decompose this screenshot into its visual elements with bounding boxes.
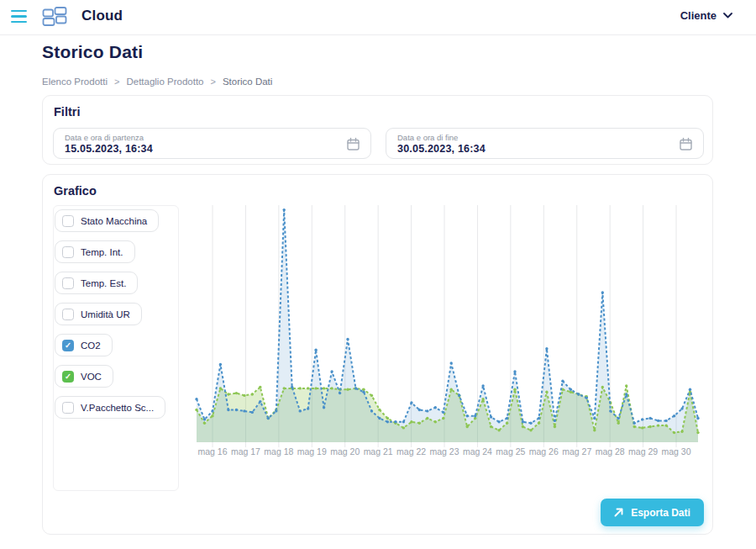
data-point-co2	[561, 380, 564, 383]
data-point-voc	[490, 425, 492, 428]
data-point-co2	[680, 407, 683, 409]
data-point-voc	[506, 422, 508, 425]
data-point-co2	[442, 411, 444, 414]
data-point-co2	[696, 417, 699, 420]
calendar-icon[interactable]	[679, 137, 693, 155]
app-window: Cloud Cliente Storico Dati Elenco Prodot…	[0, 0, 756, 549]
data-point-co2	[227, 409, 229, 411]
data-point-co2	[307, 407, 309, 409]
data-point-voc	[307, 387, 309, 389]
data-point-voc	[346, 388, 349, 391]
data-point-voc	[657, 424, 659, 426]
breadcrumb: Elenco Prodotti > Dettaglio Prodotto > S…	[42, 77, 272, 87]
data-point-voc	[450, 388, 453, 391]
checkbox-unchecked-icon[interactable]	[62, 402, 74, 414]
data-point-voc	[442, 417, 444, 420]
x-axis-label: mag 29	[628, 446, 658, 457]
series-toggle-label: VOC	[81, 372, 102, 382]
data-point-co2	[323, 406, 325, 409]
data-point-co2	[529, 422, 532, 425]
calendar-icon[interactable]	[346, 137, 360, 155]
data-point-co2	[648, 417, 651, 420]
data-point-co2	[283, 209, 286, 211]
checkbox-unchecked-icon[interactable]	[62, 309, 74, 320]
data-point-co2	[625, 393, 627, 395]
data-point-voc	[314, 387, 317, 389]
data-point-co2	[243, 409, 245, 412]
data-point-voc	[227, 393, 229, 395]
series-toggle-co2[interactable]: ✓CO2	[55, 334, 113, 356]
data-point-voc	[378, 409, 381, 411]
data-point-voc	[402, 426, 405, 429]
app-title: Cloud	[81, 8, 123, 24]
data-point-co2	[339, 392, 341, 394]
data-point-voc	[299, 387, 302, 389]
data-point-voc	[513, 388, 516, 391]
data-point-co2	[481, 384, 484, 387]
data-point-co2	[410, 401, 412, 404]
data-point-co2	[251, 411, 254, 414]
series-toggle-label: Temp. Est.	[81, 278, 126, 288]
data-point-voc	[219, 387, 222, 389]
data-point-voc	[664, 424, 667, 426]
data-point-co2	[490, 415, 492, 418]
filters-title: Filtri	[54, 105, 80, 119]
series-toggle-voc[interactable]: ✓VOC	[55, 365, 113, 388]
checkbox-unchecked-icon[interactable]	[62, 277, 74, 289]
x-axis-label: mag 27	[562, 446, 591, 457]
data-point-co2	[633, 422, 636, 425]
checkbox-unchecked-icon[interactable]	[62, 246, 74, 258]
data-point-co2	[506, 417, 508, 420]
data-point-co2	[513, 370, 516, 372]
start-datetime-field[interactable]: Data e ora di partenza 15.05.2023, 16:34	[53, 128, 371, 159]
breadcrumb-storico-dati: Storico Dati	[223, 77, 272, 87]
series-toggle-temp-est[interactable]: Temp. Est.	[55, 272, 138, 294]
data-point-voc	[434, 420, 437, 423]
checkbox-checked-icon[interactable]: ✓	[62, 371, 74, 383]
series-toggle-temp-int[interactable]: Temp. Int.	[55, 240, 135, 263]
end-datetime-value: 30.05.2023, 16:34	[397, 143, 669, 156]
hamburger-menu-icon[interactable]	[11, 10, 27, 23]
series-toggle-label: Temp. Int.	[81, 247, 123, 257]
data-point-voc	[243, 394, 245, 397]
data-point-voc	[235, 392, 238, 394]
data-point-co2	[458, 394, 460, 397]
series-line-co2	[197, 210, 698, 424]
series-toggle-label: V.Pacchetto Sc...	[81, 403, 154, 413]
breadcrumb-elenco-prodotti[interactable]: Elenco Prodotti	[42, 77, 108, 87]
data-point-voc	[633, 425, 636, 428]
x-axis-label: mag 24	[463, 446, 492, 457]
start-datetime-label: Data e ora di partenza	[65, 133, 337, 143]
data-point-co2	[585, 397, 588, 399]
series-toggle-umidit-ur[interactable]: Umidità UR	[55, 303, 142, 325]
data-point-co2	[314, 349, 317, 351]
data-point-voc	[426, 417, 428, 420]
breadcrumb-dettaglio-prodotto[interactable]: Dettaglio Prodotto	[126, 77, 203, 87]
data-point-co2	[554, 420, 556, 422]
data-point-voc	[497, 429, 500, 431]
data-point-co2	[402, 420, 405, 423]
data-point-co2	[346, 338, 349, 340]
checkbox-checked-icon[interactable]: ✓	[62, 340, 74, 351]
end-datetime-field[interactable]: Data e ora di fine 30.05.2023, 16:34	[386, 128, 704, 159]
breadcrumb-separator: >	[114, 77, 119, 87]
data-point-voc	[625, 384, 627, 387]
series-toggle-stato-macchina[interactable]: Stato Macchina	[55, 209, 159, 232]
data-point-co2	[394, 420, 396, 423]
chart-card: Grafico Stato MacchinaTemp. Int.Temp. Es…	[42, 174, 713, 535]
data-point-co2	[593, 417, 596, 420]
data-point-voc	[481, 398, 484, 400]
data-point-voc	[570, 391, 572, 393]
export-data-button[interactable]: Esporta Dati	[601, 499, 704, 526]
data-point-co2	[275, 409, 277, 412]
checkbox-unchecked-icon[interactable]	[62, 215, 74, 227]
data-point-co2	[418, 409, 421, 411]
x-axis-label: mag 28	[596, 446, 625, 457]
top-navbar: Cloud Cliente	[0, 0, 756, 35]
data-point-co2	[195, 398, 197, 400]
client-dropdown[interactable]: Cliente	[680, 9, 732, 22]
data-point-voc	[283, 387, 286, 389]
series-toggle-v-pacchetto-sc[interactable]: V.Pacchetto Sc...	[55, 396, 165, 419]
data-point-voc	[466, 425, 469, 428]
data-point-co2	[538, 417, 540, 420]
